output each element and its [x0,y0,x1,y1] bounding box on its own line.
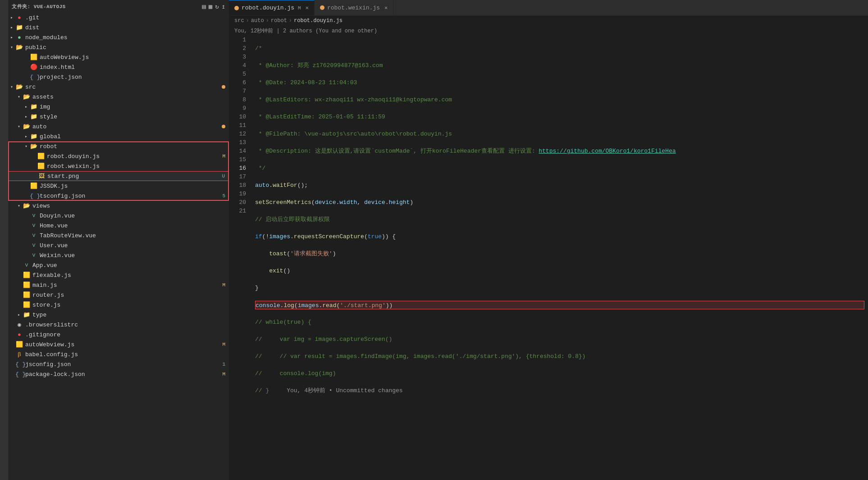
sidebar-item-label: robot [40,143,229,150]
sidebar-item-type-folder[interactable]: ▸ 📁 type [8,310,229,320]
sidebar-item-browserslistrc[interactable]: ◉ .browserslistrc [8,320,229,330]
sidebar-item-label: robot.weixin.js [47,163,229,170]
git-blame: You, 12秒钟前 | 2 authors (You and one othe… [229,26,868,36]
sidebar-item-start-png[interactable]: 🖼 start.png U [8,171,229,181]
sidebar-item-babel-config[interactable]: β babel.config.js [8,349,229,359]
sidebar-item-label: robot.douyin.js [47,153,222,160]
start-png-section: 🖼 start.png U [8,171,229,181]
refresh-icon[interactable]: ↻ [215,3,219,10]
sidebar-item-assets[interactable]: ▾ 📂 assets [8,92,229,102]
tab-close-button[interactable]: ✕ [306,5,309,11]
sidebar-item-label: public [25,44,229,51]
code-line-2: * @Author: 郑亮 z17620994877@163.com [255,61,864,70]
sidebar-tree: ▸ ● .git ▸ 📁 dist ▸ ● node_modules ▾ 📂 p… [8,13,229,480]
sidebar-item-label: global [40,133,229,140]
sidebar-item-img[interactable]: ▸ 📁 img [8,102,229,112]
sidebar-item-douyin-vue[interactable]: V Douyin.vue [8,211,229,221]
chevron-icon: ▸ [8,25,15,30]
line-num-6: 6 [229,78,246,87]
breadcrumb-auto[interactable]: auto [251,18,264,24]
sidebar-item-label: main.js [32,282,222,289]
line-num-16: 16 [229,164,246,172]
sidebar-item-label: tsconfig.json [40,193,222,199]
collapse-icon[interactable]: ↥ [222,3,225,10]
line-num-12: 12 [229,130,246,138]
robot-section: ▾ 📂 robot 🟨 robot.douyin.js M 🟨 robot.we… [8,141,229,201]
png-file-icon: 🖼 [37,173,46,180]
sidebar-item-router-js[interactable]: 🟨 router.js [8,290,229,300]
sidebar-item-label: flexable.js [32,272,229,279]
sidebar-item-gitignore[interactable]: ● .gitignore [8,330,229,340]
sidebar-item-label: jsconfig.json [25,361,222,368]
code-content[interactable]: /* * @Author: 郑亮 z17620994877@163.com * … [251,36,868,480]
sidebar-item-autowebview[interactable]: 🟨 autoWebview.js [8,52,229,62]
new-file-icon[interactable]: ▤ [202,3,206,10]
sidebar-item-label: type [32,312,229,318]
sidebar-item-label: TabRouteView.vue [40,232,229,239]
line-num-3: 3 [229,53,246,61]
new-folder-icon[interactable]: ▦ [209,3,212,10]
sidebar-item-jssdk[interactable]: 🟨 JSSDK.js [8,181,229,191]
sidebar-item-package-lock[interactable]: { } package-lock.json M [8,369,229,379]
code-line-16: console.log(images.read('./start.png')) [255,301,864,309]
code-line-15: } [255,284,864,292]
sidebar-item-index-html[interactable]: 🔴 index.html [8,62,229,72]
code-line-10: setScreenMetrics(device.width, device.he… [255,198,864,207]
tab-git-label: M [298,5,301,11]
sidebar: 文件夹: VUE-AUTOJS ▤ ▦ ↻ ↥ ▸ ● .git ▸ 📁 dis… [8,0,229,480]
sidebar-item-home-vue[interactable]: V Home.vue [8,221,229,231]
sidebar-item-label: User.vue [40,242,229,249]
style-folder-icon: 📁 [30,113,38,120]
assets-folder-icon: 📂 [23,93,31,100]
sidebar-item-flexable[interactable]: 🟨 flexable.js [8,270,229,280]
sidebar-item-public[interactable]: ▾ 📂 public [8,42,229,52]
sidebar-item-project-json[interactable]: { } project.json [8,72,229,82]
tab-robot-douyin[interactable]: robot.douyin.js M ✕ [229,0,315,15]
sidebar-item-style[interactable]: ▸ 📁 style [8,112,229,122]
breadcrumb-robot[interactable]: robot [271,18,287,24]
tab-close-button[interactable]: ✕ [384,5,388,11]
code-line-6: * @FilePath: \vue-autojs\src\auto\robot\… [255,130,864,138]
json-file-icon: { } [30,193,38,199]
sidebar-item-store-js[interactable]: 🟨 store.js [8,300,229,310]
sidebar-item-label: babel.config.js [25,351,229,358]
line-num-13: 13 [229,138,246,147]
sidebar-item-robot[interactable]: ▾ 📂 robot [8,141,229,151]
code-line-14: exit() [255,267,864,275]
html-file-icon: 🔴 [30,63,38,71]
code-line-20: // console.log(img) [255,369,864,378]
code-editor[interactable]: 1 2 3 4 5 6 7 8 9 10 11 12 13 14 15 16 1… [229,36,868,480]
sidebar-item-weixin-vue[interactable]: V Weixin.vue [8,250,229,260]
sidebar-item-src[interactable]: ▾ 📂 src [8,82,229,92]
sidebar-item-auto[interactable]: ▾ 📂 auto [8,122,229,131]
code-line-19: // // var result = images.findImage(img,… [255,352,864,361]
sidebar-item-git[interactable]: ▸ ● .git [8,13,229,23]
sidebar-item-user-vue[interactable]: V User.vue [8,240,229,250]
sidebar-item-label: Douyin.vue [40,213,229,219]
js-file-icon: 🟨 [15,341,23,348]
sidebar-item-robot-douyin[interactable]: 🟨 robot.douyin.js M [8,151,229,161]
sidebar-item-jsconfig-json[interactable]: { } jsconfig.json 1 [8,359,229,369]
breadcrumb-file[interactable]: robot.douyin.js [294,18,343,24]
modified-indicator [222,85,225,89]
sidebar-item-autowebview-root[interactable]: 🟨 autoWebview.js M [8,340,229,349]
chevron-icon: ▾ [15,124,23,129]
sidebar-item-global[interactable]: ▸ 📁 global [8,131,229,141]
json-file-icon: { } [15,361,23,368]
breadcrumb-src[interactable]: src [234,18,244,24]
tab-robot-weixin[interactable]: robot.weixin.js ✕ [315,0,393,15]
sidebar-item-views[interactable]: ▾ 📂 views [8,201,229,211]
sidebar-item-robot-weixin[interactable]: 🟨 robot.weixin.js [8,161,229,171]
line-num-20: 20 [229,198,246,207]
modified-badge: M [222,154,225,159]
sidebar-item-tsconfig[interactable]: { } tsconfig.json 5 [8,191,229,201]
line-num-11: 11 [229,121,246,130]
sidebar-item-main-js[interactable]: 🟨 main.js M [8,280,229,290]
sidebar-item-dist[interactable]: ▸ 📁 dist [8,23,229,32]
breadcrumb-sep: › [289,18,292,24]
sidebar-item-app-vue[interactable]: V App.vue [8,260,229,270]
sidebar-item-tabroute-vue[interactable]: V TabRouteView.vue [8,231,229,240]
sidebar-item-node-modules[interactable]: ▸ ● node_modules [8,32,229,42]
code-line-13: toast('请求截图失败') [255,249,864,258]
sidebar-item-label: node_modules [25,34,229,41]
